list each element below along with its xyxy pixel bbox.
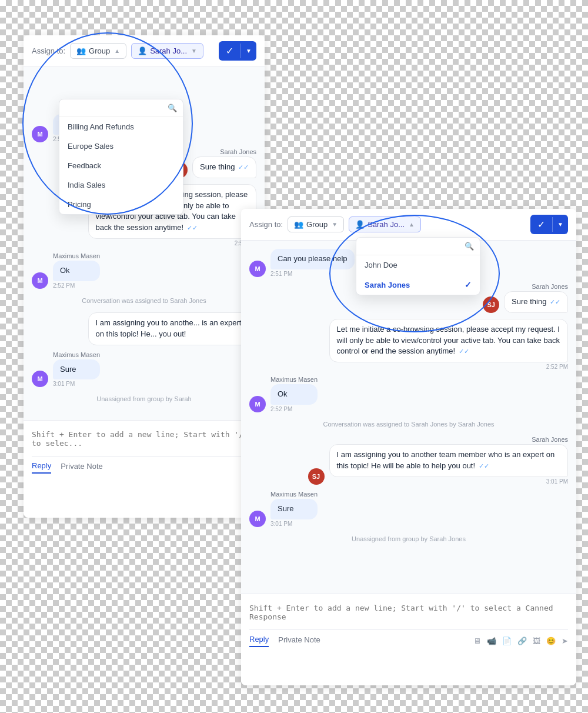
time-cobrowse-front: 2:52 PM — [329, 364, 569, 370]
sender-mm-3-back: Maximus Masen — [53, 351, 100, 358]
group-button-front[interactable]: 👥 Group ▼ — [288, 216, 344, 232]
chevron-group-back: ▲ — [114, 48, 120, 54]
bubble-surething-front: Sure thing ✓✓ — [504, 291, 568, 313]
tab-private-front[interactable]: Private Note — [278, 635, 320, 647]
bubble-wrap-sure-front: Maximus Masen Sure 3:01 PM — [270, 491, 318, 527]
confirm-button-front[interactable]: ✓ ▼ — [530, 215, 568, 234]
dropdown-search-agent[interactable]: 🔍 — [356, 238, 480, 255]
bubble-sure-back: Sure — [53, 359, 100, 380]
agent-item-sarah[interactable]: Sarah Jones ✓ — [356, 275, 480, 295]
agent-button-back[interactable]: 👤 Sarah Jo... ▼ — [131, 43, 203, 59]
time-sure-back: 3:01 PM — [53, 381, 100, 387]
avatar-mm-1-back: M — [32, 126, 48, 142]
group-button-back[interactable]: 👥 Group ▲ — [70, 43, 126, 59]
bubble-can-front: Can you please help — [270, 249, 355, 269]
time-assign-front: 3:01 PM — [329, 478, 569, 485]
system-assigned-front: Conversation was assigned to Sarah Jones… — [249, 418, 568, 430]
reply-bar-back: Reply Private Note 🖥 — [24, 420, 265, 477]
tick-1-back: ✓✓ — [238, 164, 249, 171]
agent-dropdown-front[interactable]: 🔍 John Doe Sarah Jones ✓ — [356, 237, 480, 295]
send-icon-front[interactable]: ➤ — [562, 637, 568, 645]
sender-mm-2-back: Maximus Masen — [53, 252, 100, 259]
tab-private-back[interactable]: Private Note — [61, 462, 103, 473]
group-item-europe[interactable]: Europe Sales — [59, 136, 183, 156]
person-icon-front: 👤 — [355, 220, 365, 229]
selected-checkmark-front: ✓ — [465, 280, 472, 289]
chevron-group-front: ▼ — [332, 221, 338, 228]
front-chat-panel: Assign to: 👥 Group ▼ 👤 Sarah Jo... ▲ ✓ ▼… — [241, 209, 576, 685]
group-item-pricing[interactable]: Pricing — [59, 195, 183, 214]
reply-input-front[interactable] — [249, 600, 568, 627]
avatar-sj-1-front: SJ — [483, 296, 499, 313]
assign-bar-back: Assign to: 👥 Group ▲ 👤 Sarah Jo... ▼ ✓ ▼ — [24, 35, 265, 67]
avatar-mm-3-back: M — [32, 371, 48, 387]
bubble-wrap-sure-back: Maximus Masen Sure 3:01 PM — [53, 351, 100, 388]
bubble-assign-back: I am assigning you to anothe... is an ex… — [88, 312, 257, 345]
avatar-sj-2-front: SJ — [308, 468, 325, 485]
confirm-arrow-back: ▼ — [240, 44, 256, 58]
file-icon-front[interactable]: 📄 — [502, 637, 512, 645]
bubble-surething-back: Sure thing ✓✓ — [192, 156, 256, 178]
system-unassigned-back: Unassigned from group by Sarah — [32, 393, 256, 405]
video-icon-front[interactable]: 📹 — [487, 637, 496, 645]
bubble-ok-front: Ok — [270, 384, 318, 405]
agent-search-input[interactable] — [362, 242, 461, 251]
time-can-front: 2:51 PM — [270, 271, 355, 277]
confirm-check-front: ✓ — [530, 215, 552, 234]
group-item-billing[interactable]: Billing And Refunds — [59, 117, 183, 136]
bubble-wrap-ok-front: Maximus Masen Ok 2:52 PM — [270, 376, 318, 412]
assign-label-front: Assign to: — [249, 220, 283, 229]
people-icon-back: 👥 — [76, 46, 86, 55]
bubble-sure-front: Sure — [270, 499, 318, 519]
confirm-arrow-front: ▼ — [552, 217, 568, 232]
bubble-wrap-assign-front: Sarah Jones I am assigning you to anothe… — [329, 436, 569, 485]
sender-sj-2-front: Sarah Jones — [329, 436, 569, 443]
sender-sj-1-back: Sarah Jones — [192, 148, 256, 155]
group-dropdown-back[interactable]: 🔍 Billing And Refunds Europe Sales Feedb… — [59, 99, 183, 215]
bubble-wrap-surething-front: Sarah Jones Sure thing ✓✓ — [504, 283, 568, 313]
search-icon-agent: 🔍 — [465, 242, 474, 251]
chevron-agent-back: ▼ — [191, 48, 197, 54]
confirm-check-back: ✓ — [219, 41, 240, 61]
image-icon-front[interactable]: 🖼 — [533, 637, 540, 645]
link-icon-front[interactable]: 🔗 — [517, 637, 527, 645]
tick-2-back: ✓✓ — [187, 224, 198, 231]
time-cobrowse-back: 2:52 PM — [88, 240, 257, 246]
group-item-india[interactable]: India Sales — [59, 175, 183, 195]
time-sure-front: 3:01 PM — [270, 521, 318, 527]
time-ok-back: 2:52 PM — [53, 282, 100, 289]
monitor-icon-front[interactable]: 🖥 — [473, 637, 481, 645]
tick-3-front: ✓✓ — [479, 462, 489, 469]
sender-mm-2-front: Maximus Masen — [270, 376, 318, 383]
msg-row-ok-back: M Maximus Masen Ok 2:52 PM — [32, 252, 256, 289]
tab-reply-back[interactable]: Reply — [32, 461, 51, 474]
reply-input-back[interactable] — [32, 427, 256, 454]
msg-row-sure-front: M Maximus Masen Sure 3:01 PM — [249, 491, 568, 527]
tab-reply-front[interactable]: Reply — [249, 635, 269, 647]
bubble-wrap-can-front: Can you please help 2:51 PM — [270, 249, 355, 277]
assign-label-back: Assign to: — [32, 46, 65, 55]
reply-bar-front: Reply Private Note 🖥 📹 📄 🔗 🖼 😊 ➤ — [241, 594, 576, 651]
system-unassigned-front: Unassigned from group by Sarah Jones — [249, 533, 568, 545]
bubble-wrap-cobrowse-front: Let me initiate a co-browsing session, p… — [329, 319, 569, 371]
msg-row-ok-front: M Maximus Masen Ok 2:52 PM — [249, 376, 568, 412]
bubble-wrap-assign-back: I am assigning you to anothe... is an ex… — [88, 312, 257, 345]
group-item-feedback[interactable]: Feedback — [59, 156, 183, 175]
emoji-icon-front[interactable]: 😊 — [546, 637, 556, 645]
agent-item-john[interactable]: John Doe — [356, 255, 480, 275]
group-search-input[interactable] — [65, 104, 164, 112]
tick-2-front: ✓✓ — [459, 348, 469, 355]
msg-row-cobrowse-front: Let me initiate a co-browsing session, p… — [249, 319, 568, 371]
bubble-ok-back: Ok — [53, 261, 100, 281]
dropdown-search-group[interactable]: 🔍 — [59, 99, 183, 117]
agent-button-front[interactable]: 👤 Sarah Jo... ▲ — [349, 216, 421, 232]
people-icon-front: 👥 — [294, 220, 303, 229]
reply-tabs-front: Reply Private Note 🖥 📹 📄 🔗 🖼 😊 ➤ — [249, 629, 568, 651]
bubble-cobrowse-front: Let me initiate a co-browsing session, p… — [329, 319, 569, 363]
sender-mm-3-front: Maximus Masen — [270, 491, 318, 498]
msg-row-assign-front: Sarah Jones I am assigning you to anothe… — [249, 436, 568, 485]
chevron-agent-front: ▲ — [409, 221, 415, 228]
confirm-button-back[interactable]: ✓ ▼ — [219, 41, 256, 61]
sender-sj-1-front: Sarah Jones — [504, 283, 568, 290]
bubble-wrap-surething-back: Sarah Jones Sure thing ✓✓ — [192, 148, 256, 178]
